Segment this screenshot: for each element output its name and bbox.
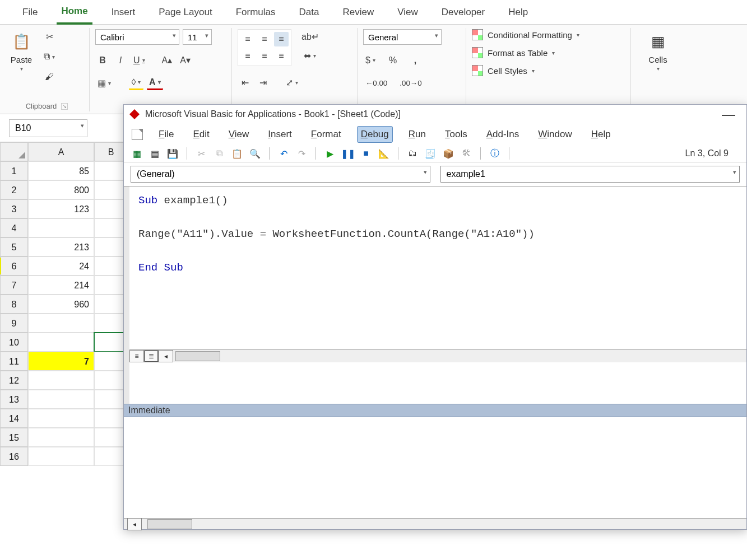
row-header-2[interactable]: 2 bbox=[0, 180, 28, 199]
tab-review[interactable]: Review bbox=[338, 3, 378, 24]
cell-B6[interactable] bbox=[94, 256, 128, 276]
tab-file[interactable]: File bbox=[18, 3, 42, 24]
row-header-11[interactable]: 11 bbox=[0, 352, 28, 371]
cell-A14[interactable] bbox=[28, 409, 94, 428]
decrease-decimal-icon[interactable]: .00→0 bbox=[397, 76, 424, 90]
undo-icon[interactable]: ↶ bbox=[277, 147, 290, 160]
vbe-object-dropdown[interactable] bbox=[131, 166, 430, 183]
cell-B11[interactable] bbox=[94, 352, 128, 371]
vbe-menu-tools[interactable]: Tools bbox=[442, 127, 471, 142]
comma-button[interactable]: , bbox=[408, 53, 423, 68]
imm-scroll-left[interactable]: ◂ bbox=[127, 518, 142, 530]
cell-A6[interactable]: 24 bbox=[28, 256, 94, 276]
italic-button[interactable]: I bbox=[113, 53, 128, 68]
cell-A3[interactable]: 123 bbox=[28, 199, 94, 218]
imm-scroll-thumb[interactable] bbox=[147, 519, 192, 529]
row-header-3[interactable]: 3 bbox=[0, 199, 28, 218]
vbe-menu-edit[interactable]: Edit bbox=[189, 127, 212, 142]
cell-B12[interactable] bbox=[94, 371, 128, 390]
row-header-14[interactable]: 14 bbox=[0, 409, 28, 428]
toolbox-icon[interactable]: 🛠 bbox=[460, 147, 472, 160]
row-header-12[interactable]: 12 bbox=[0, 371, 28, 390]
align-top-right-icon[interactable]: ≡ bbox=[274, 32, 289, 46]
cells-icon[interactable]: ▦ bbox=[646, 29, 670, 54]
immediate-hscroll[interactable]: ◂ bbox=[124, 518, 746, 529]
vbe-menu-help[interactable]: Help bbox=[588, 127, 614, 142]
cell-B3[interactable] bbox=[94, 199, 128, 218]
vbe-code-text[interactable]: Sub example1() Range("A11").Value = Work… bbox=[129, 186, 746, 349]
conditional-formatting-button[interactable]: Conditional Formatting ▾ bbox=[472, 29, 626, 40]
excel-return-icon[interactable]: ▦ bbox=[131, 147, 143, 160]
save-icon[interactable]: 💾 bbox=[166, 147, 179, 160]
vbe-window[interactable]: Microsoft Visual Basic for Applications … bbox=[123, 104, 747, 530]
tab-data[interactable]: Data bbox=[295, 3, 324, 24]
cell-B16[interactable] bbox=[94, 447, 128, 466]
object-browser-icon[interactable]: 📦 bbox=[442, 147, 454, 160]
tab-help[interactable]: Help bbox=[504, 3, 532, 24]
immediate-window-body[interactable] bbox=[124, 417, 746, 518]
tab-insert[interactable]: Insert bbox=[107, 3, 140, 24]
vbe-menubar[interactable]: FileEditViewInsertFormatDebugRunToolsAdd… bbox=[124, 124, 746, 145]
break-icon[interactable]: ❚❚ bbox=[342, 147, 354, 160]
run-icon[interactable]: ▶ bbox=[324, 147, 336, 160]
row-header-13[interactable]: 13 bbox=[0, 390, 28, 409]
orientation-icon[interactable]: ⤢ bbox=[284, 75, 300, 90]
cell-A16[interactable] bbox=[28, 447, 94, 466]
row-header-16[interactable]: 16 bbox=[0, 447, 28, 466]
cell-B8[interactable] bbox=[94, 295, 128, 314]
vbe-menu-file[interactable]: File bbox=[155, 127, 177, 142]
vbe-procedure-dropdown[interactable] bbox=[440, 166, 740, 183]
align-top-left-icon[interactable]: ≡ bbox=[240, 32, 255, 46]
font-size-select[interactable] bbox=[183, 29, 212, 45]
hscroll-thumb[interactable] bbox=[175, 351, 220, 361]
copy-icon[interactable]: ⧉ bbox=[213, 147, 225, 160]
row-header-9[interactable]: 9 bbox=[0, 314, 28, 333]
project-explorer-icon[interactable]: 🗂 bbox=[406, 147, 419, 160]
vbe-menu-debug[interactable]: Debug bbox=[357, 126, 393, 143]
tab-formulas[interactable]: Formulas bbox=[231, 3, 280, 24]
cell-A5[interactable]: 213 bbox=[28, 237, 94, 256]
tab-page-layout[interactable]: Page Layout bbox=[154, 3, 216, 24]
cell-B5[interactable] bbox=[94, 237, 128, 256]
cell-A13[interactable] bbox=[28, 390, 94, 409]
decrease-indent-icon[interactable]: ⇤ bbox=[238, 75, 252, 90]
row-header-7[interactable]: 7 bbox=[0, 276, 28, 295]
help-icon[interactable]: ⓘ bbox=[489, 147, 501, 160]
tab-view[interactable]: View bbox=[393, 3, 423, 24]
merge-center-icon[interactable]: ⬌ bbox=[299, 48, 321, 63]
cell-A11[interactable]: 7 bbox=[28, 352, 94, 371]
immediate-window-title[interactable]: Immediate bbox=[124, 404, 746, 417]
cell-A12[interactable] bbox=[28, 371, 94, 390]
cell-A7[interactable]: 214 bbox=[28, 276, 94, 295]
format-painter-icon[interactable]: 🖌 bbox=[41, 69, 57, 84]
cell-styles-button[interactable]: Cell Styles ▾ bbox=[472, 65, 626, 76]
col-header-A[interactable]: A bbox=[28, 142, 94, 161]
row-header-8[interactable]: 8 bbox=[0, 295, 28, 314]
align-bottom-center-icon[interactable]: ≡ bbox=[257, 49, 272, 63]
vbe-menu-run[interactable]: Run bbox=[405, 127, 429, 142]
vbe-menu-view[interactable]: View bbox=[225, 127, 253, 142]
vbe-toolbar[interactable]: ▦ ▤ 💾 ✂ ⧉ 📋 🔍 ↶ ↷ ▶ ❚❚ ■ 📐 🗂 🧾 📦 🛠 ⓘ Ln … bbox=[124, 145, 746, 162]
scroll-left-button[interactable]: ◂ bbox=[159, 350, 173, 362]
bold-button[interactable]: B bbox=[95, 53, 110, 68]
redo-icon[interactable]: ↷ bbox=[295, 147, 308, 160]
alignment-grid[interactable]: ≡ ≡ ≡ ≡ ≡ ≡ bbox=[238, 29, 291, 66]
copy-icon[interactable]: ⧉ bbox=[41, 49, 57, 64]
cell-A10[interactable] bbox=[28, 333, 94, 352]
row-header-6[interactable]: 6 bbox=[0, 256, 28, 276]
paste-label[interactable]: Paste bbox=[11, 55, 32, 64]
row-header-4[interactable]: 4 bbox=[0, 218, 28, 237]
percent-button[interactable]: % bbox=[386, 53, 400, 68]
number-format-select[interactable] bbox=[363, 29, 442, 45]
cell-A4[interactable] bbox=[28, 218, 94, 237]
fill-color-icon[interactable]: ◊ bbox=[129, 76, 143, 90]
underline-button[interactable]: U bbox=[131, 53, 147, 68]
vbe-menu-insert[interactable]: Insert bbox=[265, 127, 295, 142]
vbe-menu-window[interactable]: Window bbox=[535, 127, 575, 142]
row-header-5[interactable]: 5 bbox=[0, 237, 28, 256]
col-header-B[interactable]: B bbox=[94, 142, 128, 161]
cell-B10[interactable] bbox=[94, 333, 128, 352]
find-icon[interactable]: 🔍 bbox=[249, 147, 261, 160]
cell-B14[interactable] bbox=[94, 409, 128, 428]
font-name-select[interactable] bbox=[95, 29, 179, 45]
